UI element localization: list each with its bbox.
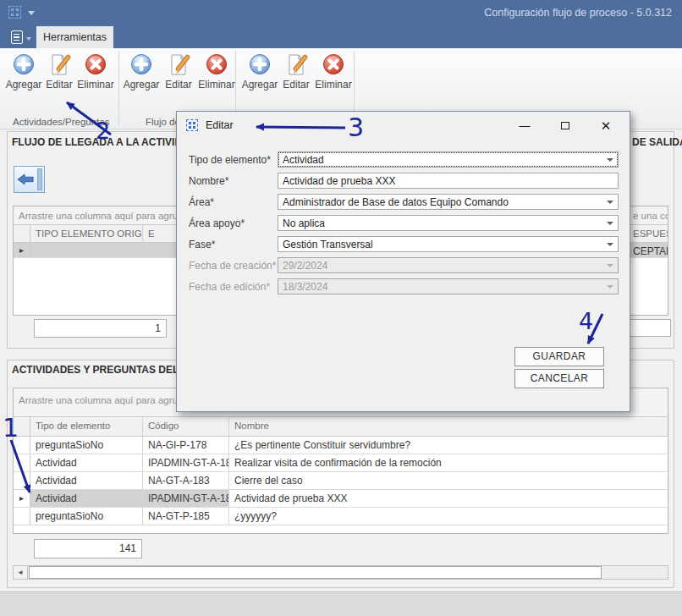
cancelar-button[interactable]: CANCELAR <box>514 369 604 388</box>
combo-fase[interactable]: Gestión Transversal <box>278 236 619 252</box>
table-row[interactable]: Actividad NA-GT-A-183 Cierre del caso <box>14 472 668 490</box>
cell-codigo: NA-GT-A-183 <box>143 472 229 489</box>
column-nombre[interactable]: Nombre <box>229 417 668 436</box>
delete-icon <box>204 52 229 77</box>
row-indicator-icon: ▸ <box>14 243 30 257</box>
upper-count-box[interactable]: 1 <box>34 319 167 338</box>
eliminar-label: Eliminar <box>195 79 238 91</box>
window-bottom-strip <box>0 591 682 616</box>
back-arrow-icon <box>17 173 34 186</box>
input-nombre-value: Actividad de prueba XXX <box>283 175 395 187</box>
tab-herramientas[interactable]: Herramientas <box>36 26 113 48</box>
column-respuesta[interactable]: ESPUESTA <box>628 225 668 242</box>
edit-icon <box>283 52 309 77</box>
label-tipo-de-elemento: Tipo de elemento* <box>189 154 271 166</box>
edit-icon <box>47 52 72 77</box>
panel-flujo-salida-title: DE SALIDA <box>632 136 682 148</box>
eliminar-button-group2[interactable]: Eliminar <box>195 52 238 101</box>
column-codigo[interactable]: Código <box>143 417 229 436</box>
upper-grid-header-indicator <box>14 225 30 242</box>
cell-nombre: Cierre del caso <box>229 472 668 489</box>
edit-icon <box>166 52 191 77</box>
group-label-flujo: Flujo de <box>146 117 180 127</box>
dropdown-arrow-icon <box>607 264 613 267</box>
eliminar-label: Eliminar <box>312 79 355 91</box>
close-button[interactable]: ✕ <box>593 117 619 135</box>
table-row[interactable]: Actividad IPADMIN-GT-A-182 Realizar visi… <box>14 454 668 472</box>
combo-area-apoyo[interactable]: No aplica <box>278 215 619 231</box>
delete-icon <box>83 52 108 77</box>
picker-fecha-edicion: 18/3/2024 <box>278 278 619 294</box>
cell-codigo: IPADMIN-GT-A-182 <box>143 454 229 471</box>
cell-nombre: ¿Es pertinente Constituir servidumbre? <box>229 437 668 454</box>
cell-tipo: Actividad <box>30 472 143 489</box>
lower-grid-header: Tipo de elemento Código Nombre <box>14 417 668 437</box>
window-title: Configuración flujo de proceso - 5.0.312 <box>484 0 672 25</box>
picker-fecha-creacion: 29/2/2024 <box>278 257 619 273</box>
horizontal-scrollbar[interactable]: ◄ <box>13 565 668 580</box>
guardar-button[interactable]: GUARDAR <box>514 347 604 366</box>
row-indicator-icon: ▸ <box>14 490 30 507</box>
table-row[interactable]: preguntaSioNo NA-GT-P-185 ¿yyyyyy? <box>14 508 668 525</box>
combo-area[interactable]: Administrador de Base de datos Equipo Co… <box>278 194 619 210</box>
label-fecha-creacion: Fecha de creación* <box>189 260 276 272</box>
combo-area-value: Administrador de Base de datos Equipo Co… <box>283 196 509 208</box>
label-fecha-edicion: Fecha de edición* <box>189 281 270 293</box>
dialog-icon <box>186 119 198 131</box>
eliminar-button-group3[interactable]: Eliminar <box>312 52 355 101</box>
label-area: Área* <box>189 196 214 208</box>
fecha-creacion-value: 29/2/2024 <box>283 260 327 272</box>
dropdown-arrow-icon <box>607 285 613 289</box>
editar-label: Editar <box>157 79 200 91</box>
delete-icon <box>321 52 346 77</box>
combo-area-apoyo-value: No aplica <box>283 217 325 229</box>
cell-nombre: Actividad de prueba XXX <box>229 490 668 507</box>
agregar-button-group2[interactable]: Agregar <box>120 52 162 101</box>
dropdown-arrow-icon[interactable] <box>607 201 613 204</box>
add-icon <box>247 52 272 77</box>
cell-tipo: Actividad <box>30 454 143 471</box>
lower-count-box[interactable]: 141 <box>34 539 142 558</box>
app-menu-caret-icon[interactable] <box>28 11 35 15</box>
editar-label: Editar <box>275 79 317 91</box>
combo-tipo-de-elemento[interactable]: Actividad <box>278 151 619 168</box>
main-menu-icon[interactable] <box>11 30 23 44</box>
cell-codigo: NA-GT-P-185 <box>143 508 229 525</box>
add-icon <box>11 52 36 77</box>
combo-tipo-value: Actividad <box>283 154 324 166</box>
cell-tipo: preguntaSioNo <box>30 508 143 525</box>
row-indicator <box>14 437 30 454</box>
editar-button-group3[interactable]: Editar <box>275 52 317 101</box>
main-menu-caret-icon[interactable] <box>26 37 31 41</box>
back-button-bar <box>37 168 42 190</box>
scrollbar-thumb[interactable] <box>29 566 602 579</box>
editar-dialog: Editar — ✕ Tipo de elemento* Actividad N… <box>176 111 630 412</box>
minimize-button[interactable]: — <box>512 117 537 135</box>
dialog-title: Editar <box>206 119 234 131</box>
application-window: Configuración flujo de proceso - 5.0.312… <box>0 0 682 616</box>
editar-button-group2[interactable]: Editar <box>157 52 200 101</box>
table-row[interactable]: preguntaSioNo NA-GI-P-178 ¿Es pertinente… <box>14 437 668 454</box>
panel-flujo-llegada-title: FLUJO DE LLEGADA A LA ACTIVID <box>12 136 182 148</box>
label-area-apoyo: Área apoyo* <box>189 217 245 229</box>
cell-nombre: ¿yyyyyy? <box>229 508 668 525</box>
cell-tipo: preguntaSioNo <box>30 437 143 454</box>
eliminar-button-group1[interactable]: Eliminar <box>74 52 117 101</box>
lower-grid-header-indicator <box>14 417 30 436</box>
cell-codigo: IPADMIN-GT-A-181 <box>143 490 229 507</box>
app-icon <box>8 6 21 19</box>
fecha-edicion-value: 18/3/2024 <box>283 281 327 293</box>
group-separator <box>118 51 119 125</box>
column-tipo-de-elemento[interactable]: Tipo de elemento <box>30 417 143 436</box>
cell-codigo: NA-GI-P-178 <box>143 437 229 454</box>
dropdown-arrow-icon[interactable] <box>607 158 613 162</box>
dropdown-arrow-icon[interactable] <box>607 243 613 246</box>
scroll-left-arrow-icon[interactable]: ◄ <box>14 566 28 579</box>
table-row-selected[interactable]: ▸ Actividad IPADMIN-GT-A-181 Actividad d… <box>14 490 668 508</box>
dropdown-arrow-icon[interactable] <box>607 222 613 225</box>
column-tipo-elemento-origen[interactable]: TIPO ELEMENTO ORIGEN <box>30 225 143 242</box>
panel-actividades-title: ACTIVIDADES Y PREGUNTAS DEL <box>12 364 179 376</box>
maximize-button[interactable] <box>553 117 578 135</box>
back-button[interactable] <box>14 166 45 193</box>
input-nombre[interactable]: Actividad de prueba XXX <box>278 173 619 189</box>
